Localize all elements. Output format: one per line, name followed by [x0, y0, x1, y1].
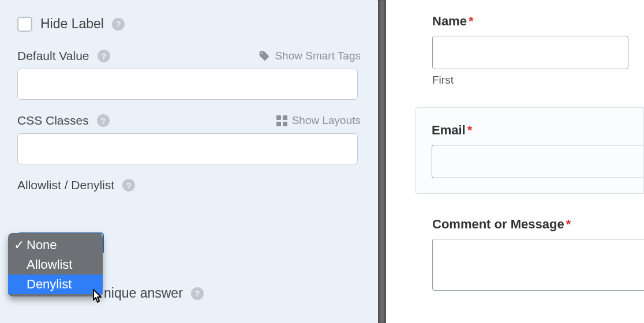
- field-options-panel: Hide Label ? Default Value ? Show Smart …: [0, 0, 378, 323]
- comment-field[interactable]: Comment or Message*: [432, 217, 644, 291]
- first-name-sublabel: First: [432, 74, 644, 87]
- required-asterisk: *: [467, 123, 473, 137]
- allowlist-denylist-menu: ✓ None Allowlist Denylist: [8, 233, 103, 296]
- unique-answer-option[interactable]: nique answer ?: [104, 286, 204, 301]
- default-value-label: Default Value: [17, 49, 89, 63]
- comment-textarea[interactable]: [432, 239, 644, 291]
- comment-label: Comment or Message: [432, 217, 564, 231]
- tag-icon: [259, 50, 270, 62]
- allowlist-denylist-label: Allowlist / Denylist: [17, 178, 114, 192]
- name-label: Name: [432, 14, 467, 28]
- panel-divider[interactable]: [378, 0, 386, 323]
- name-field[interactable]: Name* First: [432, 14, 644, 87]
- css-classes-input[interactable]: [17, 133, 358, 164]
- layouts-hint-text: Show Layouts: [292, 114, 361, 127]
- default-value-input[interactable]: [17, 69, 358, 100]
- help-icon[interactable]: ?: [98, 50, 110, 62]
- option-none[interactable]: ✓ None: [8, 235, 103, 255]
- css-classes-label: CSS Classes: [17, 114, 89, 127]
- email-label: Email: [432, 123, 466, 137]
- unique-answer-text: nique answer: [104, 286, 183, 301]
- option-label: Denylist: [27, 277, 72, 292]
- show-layouts-button[interactable]: Show Layouts: [276, 114, 361, 127]
- email-input[interactable]: [432, 145, 643, 178]
- help-icon[interactable]: ?: [112, 18, 125, 31]
- grid-icon: [276, 115, 287, 126]
- required-asterisk: *: [469, 14, 474, 28]
- option-label: Allowlist: [27, 257, 72, 272]
- help-icon[interactable]: ?: [191, 287, 204, 300]
- hide-label-checkbox[interactable]: [17, 17, 32, 32]
- check-icon: ✓: [14, 238, 23, 253]
- form-preview: Name* First Email* Comment or Message*: [386, 0, 644, 323]
- option-denylist[interactable]: Denylist: [8, 275, 103, 294]
- help-icon[interactable]: ?: [122, 179, 135, 191]
- hide-label-text: Hide Label: [40, 16, 104, 32]
- help-icon[interactable]: ?: [97, 114, 110, 127]
- hide-label-option[interactable]: Hide Label ?: [17, 16, 361, 32]
- option-label: None: [27, 238, 57, 253]
- first-name-input[interactable]: [432, 36, 628, 69]
- smart-tags-hint-text: Show Smart Tags: [275, 50, 361, 62]
- email-field[interactable]: Email*: [415, 107, 644, 194]
- option-allowlist[interactable]: Allowlist: [8, 255, 103, 275]
- show-smart-tags-button[interactable]: Show Smart Tags: [259, 50, 361, 62]
- required-asterisk: *: [566, 217, 571, 231]
